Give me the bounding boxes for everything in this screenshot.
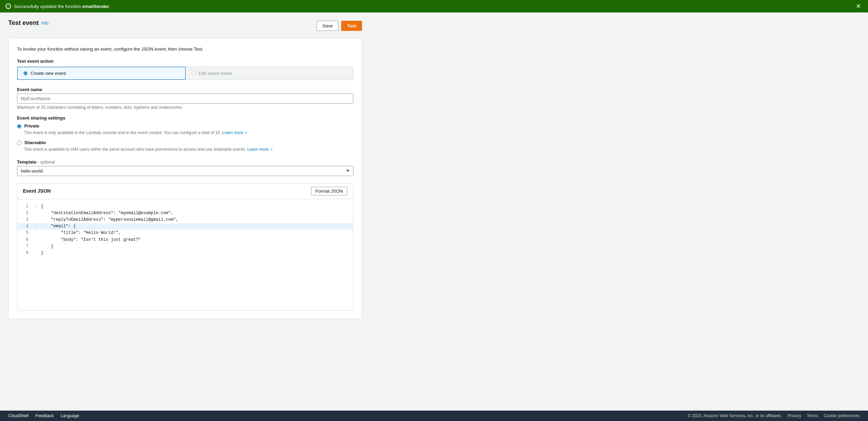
line-number: 8 bbox=[20, 250, 28, 256]
header-actions: Save Test bbox=[317, 21, 362, 31]
line-content: } bbox=[41, 243, 53, 250]
create-new-event-option[interactable]: Create new event bbox=[17, 67, 186, 80]
page-title: Test event bbox=[8, 19, 39, 27]
description-text: To invoke your function without saving a… bbox=[17, 46, 353, 52]
success-banner: ✓ Successfully updated the function emai… bbox=[0, 0, 868, 12]
edit-saved-event-label: Edit saved event bbox=[199, 71, 232, 76]
line-number: 5 bbox=[20, 230, 28, 236]
code-line: 2 "destinationEmailAddress": "myemail@ex… bbox=[17, 210, 353, 217]
optional-text: - optional bbox=[38, 160, 55, 165]
line-gutter bbox=[33, 250, 38, 256]
code-line: 5 "title": "Hello World!", bbox=[17, 230, 353, 236]
event-name-group: Event name Maximum of 25 characters cons… bbox=[17, 87, 353, 110]
event-name-label: Event name bbox=[17, 87, 353, 92]
event-sharing-section: Event sharing settings Private This even… bbox=[17, 115, 353, 152]
edit-saved-event-option[interactable]: Edit saved event bbox=[186, 67, 353, 80]
line-content: "body": "Isn't this just great?" bbox=[41, 237, 141, 243]
line-content: "title": "Hello World!", bbox=[41, 230, 121, 236]
line-number: 4 bbox=[20, 223, 28, 230]
code-editor[interactable]: 1−{2 "destinationEmailAddress": "myemail… bbox=[17, 199, 353, 310]
footer-left: CloudShell Feedback Language bbox=[8, 413, 79, 418]
main-content: Test event Info Save Test To invoke your… bbox=[0, 12, 868, 411]
format-json-button[interactable]: Format JSON bbox=[311, 187, 347, 195]
event-name-input[interactable] bbox=[17, 94, 353, 104]
close-banner-button[interactable]: ✕ bbox=[854, 3, 862, 9]
shareable-desc: This event is available to IAM users wit… bbox=[24, 147, 353, 152]
line-gutter: − bbox=[33, 223, 38, 230]
test-event-card: To invoke your function without saving a… bbox=[8, 38, 362, 319]
info-link[interactable]: Info bbox=[42, 21, 49, 26]
success-icon: ✓ bbox=[6, 3, 11, 9]
external-link-icon: ↗ bbox=[244, 131, 247, 135]
create-new-event-label: Create new event bbox=[31, 71, 66, 76]
line-content: "replyToEmailAddress": "mypersonalemail@… bbox=[41, 217, 178, 223]
footer: CloudShell Feedback Language © 2023, Ama… bbox=[0, 411, 868, 421]
code-line: 8} bbox=[17, 250, 353, 256]
line-gutter: − bbox=[33, 203, 38, 210]
event-json-header: Event JSON Format JSON bbox=[17, 183, 353, 199]
line-number: 3 bbox=[20, 217, 28, 223]
feedback-link[interactable]: Feedback bbox=[35, 413, 54, 418]
event-sharing-label: Event sharing settings bbox=[17, 115, 353, 121]
test-event-action-label: Test event action bbox=[17, 59, 353, 64]
shareable-radio[interactable] bbox=[17, 141, 22, 145]
success-text: Successfully updated the function emailS… bbox=[14, 4, 110, 9]
private-label: Private bbox=[24, 123, 39, 129]
shareable-label: Shareable bbox=[24, 140, 46, 145]
line-content: "email": { bbox=[41, 223, 76, 230]
private-option-row: Private bbox=[17, 123, 353, 129]
shareable-option-row: Shareable bbox=[17, 140, 353, 145]
cloudshell-link[interactable]: CloudShell bbox=[8, 413, 28, 418]
footer-right: © 2023, Amazon Web Services, Inc. or its… bbox=[688, 413, 860, 418]
line-number: 2 bbox=[20, 210, 28, 217]
external-link-icon-2: ↗ bbox=[270, 148, 273, 151]
event-json-section: Event JSON Format JSON 1−{2 "destination… bbox=[17, 183, 353, 310]
code-line: 4− "email": { bbox=[17, 223, 353, 230]
test-button[interactable]: Test bbox=[341, 21, 362, 31]
test-event-action-radio-group: Create new event Edit saved event bbox=[17, 67, 353, 80]
template-label: Template - optional bbox=[17, 159, 353, 165]
code-line: 6 "body": "Isn't this just great?" bbox=[17, 237, 353, 243]
privacy-link[interactable]: Privacy bbox=[788, 413, 801, 418]
line-gutter bbox=[33, 210, 38, 217]
line-number: 7 bbox=[20, 243, 28, 250]
copyright-text: © 2023, Amazon Web Services, Inc. or its… bbox=[688, 413, 782, 418]
private-radio[interactable] bbox=[17, 124, 22, 129]
line-content: } bbox=[41, 250, 43, 256]
line-content: "destinationEmailAddress": "myemail@exam… bbox=[41, 210, 173, 217]
line-number: 6 bbox=[20, 237, 28, 243]
create-new-event-radio[interactable] bbox=[23, 71, 28, 76]
private-learn-more-link[interactable]: Learn more ↗ bbox=[222, 130, 248, 135]
line-number: 1 bbox=[20, 203, 28, 210]
test-event-action-group: Test event action Create new event Edit … bbox=[17, 59, 353, 80]
line-gutter bbox=[33, 230, 38, 236]
event-json-title: Event JSON bbox=[23, 188, 51, 194]
line-gutter bbox=[33, 237, 38, 243]
template-select[interactable]: hello-world apigateway-aws-proxy cloudwa… bbox=[17, 166, 353, 176]
edit-saved-event-radio[interactable] bbox=[191, 71, 196, 76]
code-line: 3 "replyToEmailAddress": "mypersonalemai… bbox=[17, 217, 353, 223]
line-gutter bbox=[33, 243, 38, 250]
line-content: { bbox=[41, 203, 43, 210]
code-line: 7 } bbox=[17, 243, 353, 250]
success-message: ✓ Successfully updated the function emai… bbox=[6, 3, 110, 9]
language-link[interactable]: Language bbox=[61, 413, 79, 418]
private-desc: This event is only available in the Lamb… bbox=[24, 130, 353, 136]
terms-link[interactable]: Terms bbox=[807, 413, 818, 418]
save-button[interactable]: Save bbox=[317, 21, 339, 31]
event-name-hint: Maximum of 25 characters consisting of l… bbox=[17, 105, 353, 110]
code-line: 1−{ bbox=[17, 203, 353, 210]
title-row: Test event Info bbox=[8, 19, 49, 27]
template-section: Template - optional hello-world apigatew… bbox=[17, 159, 353, 176]
line-gutter bbox=[33, 217, 38, 223]
cookie-link[interactable]: Cookie preferences bbox=[824, 413, 860, 418]
shareable-learn-more-link[interactable]: Learn more ↗ bbox=[247, 147, 273, 152]
page-header: Test event Info Save Test bbox=[8, 19, 362, 32]
